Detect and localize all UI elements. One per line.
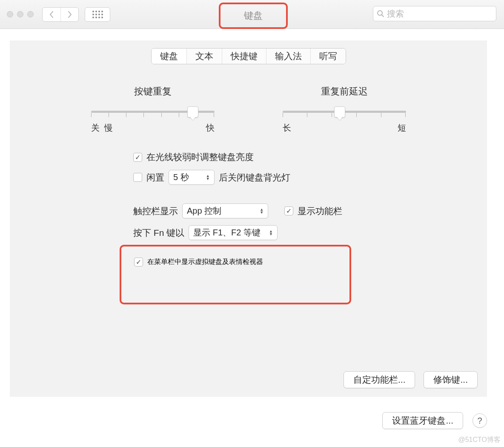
key-repeat-off-label: 关 (91, 123, 100, 132)
window-title: 键盘 (219, 3, 288, 29)
tab-input-sources[interactable]: 输入法 (266, 49, 310, 64)
menubar-viewer-checkbox[interactable]: ✓ (134, 258, 143, 266)
menubar-viewer-row: ✓ 在菜单栏中显示虚拟键盘及表情检视器 (134, 258, 337, 266)
key-repeat-slider-block: 按键重复 关 慢 快 (91, 85, 215, 134)
sliders-row: 按键重复 关 慢 快 重复前延迟 长 短 (10, 85, 487, 134)
forward-button[interactable] (60, 8, 78, 21)
search-field[interactable] (373, 6, 496, 21)
touchbar-label: 触控栏显示 (133, 205, 178, 217)
key-repeat-thumb[interactable] (187, 106, 198, 117)
adjust-brightness-checkbox[interactable]: ✓ (133, 153, 142, 162)
idle-suffix-label: 后关闭键盘背光灯 (219, 172, 290, 183)
delay-title: 重复前延迟 (283, 85, 406, 98)
idle-prefix-label: 闲置 (146, 172, 164, 183)
touchbar-row: 触控栏显示 App 控制 ▲▼ ✓ 显示功能栏 (133, 203, 461, 218)
delay-slider[interactable] (283, 111, 406, 113)
show-fn-checkbox[interactable]: ✓ (284, 206, 293, 215)
svg-line-1 (382, 15, 384, 17)
idle-duration-select[interactable]: 5 秒 ▲▼ (169, 170, 215, 185)
tab-shortcuts[interactable]: 快捷键 (222, 49, 266, 64)
fnkey-label: 按下 Fn 键以 (133, 227, 184, 239)
idle-duration-value: 5 秒 (173, 172, 189, 183)
delay-short-label: 短 (398, 122, 406, 134)
options-area: ✓ 在光线较弱时调整键盘亮度 闲置 5 秒 ▲▼ 后关闭键盘背光灯 触控栏显示 … (133, 151, 461, 247)
watermark: @51CTO博客 (458, 436, 501, 444)
panel-buttons: 自定功能栏... 修饰键... (344, 371, 478, 388)
idle-checkbox[interactable] (133, 173, 142, 182)
stepper-icon: ▲▼ (206, 175, 210, 181)
bluetooth-keyboard-button[interactable]: 设置蓝牙键盘... (382, 412, 463, 429)
adjust-brightness-label: 在光线较弱时调整键盘亮度 (146, 151, 254, 163)
menubar-viewer-highlight: ✓ 在菜单栏中显示虚拟键盘及表情检视器 (120, 245, 351, 304)
show-fn-label: 显示功能栏 (298, 205, 342, 217)
show-all-button[interactable] (85, 7, 110, 22)
chevron-right-icon (67, 11, 72, 18)
idle-row: 闲置 5 秒 ▲▼ 后关闭键盘背光灯 (133, 170, 461, 185)
delay-thumb[interactable] (334, 106, 345, 117)
touchbar-select-value: App 控制 (187, 205, 221, 217)
stepper-icon: ▲▼ (269, 230, 273, 236)
zoom-button[interactable] (27, 11, 34, 17)
stepper-icon: ▲▼ (260, 208, 263, 214)
tab-bar: 键盘 文本 快捷键 输入法 听写 (151, 48, 346, 64)
delay-long-label: 长 (283, 122, 291, 134)
minimize-button[interactable] (17, 11, 23, 17)
toolbar: 键盘 (0, 0, 504, 29)
chevron-left-icon (49, 11, 54, 18)
search-icon (377, 10, 384, 17)
grid-icon (92, 11, 103, 18)
key-repeat-title: 按键重复 (91, 85, 215, 98)
menubar-viewer-label: 在菜单栏中显示虚拟键盘及表情检视器 (147, 258, 263, 266)
tab-dictation[interactable]: 听写 (310, 49, 346, 64)
touchbar-select[interactable]: App 控制 ▲▼ (182, 203, 268, 218)
key-repeat-slider[interactable] (91, 111, 215, 113)
preferences-panel: 键盘 文本 快捷键 输入法 听写 按键重复 关 慢 快 重复前延迟 长 (10, 40, 487, 397)
adjust-brightness-row: ✓ 在光线较弱时调整键盘亮度 (133, 151, 461, 163)
fnkey-select[interactable]: 显示 F1、F2 等键 ▲▼ (189, 225, 278, 240)
fnkey-select-value: 显示 F1、F2 等键 (193, 227, 261, 238)
key-repeat-slow-label: 慢 (104, 123, 113, 132)
fnkey-row: 按下 Fn 键以 显示 F1、F2 等键 ▲▼ (133, 225, 461, 240)
tab-text[interactable]: 文本 (186, 49, 222, 64)
search-input[interactable] (387, 9, 493, 19)
delay-slider-block: 重复前延迟 长 短 (283, 85, 406, 134)
modifier-keys-button[interactable]: 修饰键... (424, 371, 478, 388)
nav-group (42, 7, 79, 22)
close-button[interactable] (7, 11, 13, 17)
help-button[interactable]: ? (472, 413, 487, 428)
customize-touchbar-button[interactable]: 自定功能栏... (344, 371, 415, 388)
footer: 设置蓝牙键盘... ? (382, 412, 487, 429)
back-button[interactable] (43, 8, 60, 21)
traffic-lights (7, 11, 34, 17)
key-repeat-fast-label: 快 (206, 122, 215, 134)
tab-keyboard[interactable]: 键盘 (152, 49, 186, 64)
